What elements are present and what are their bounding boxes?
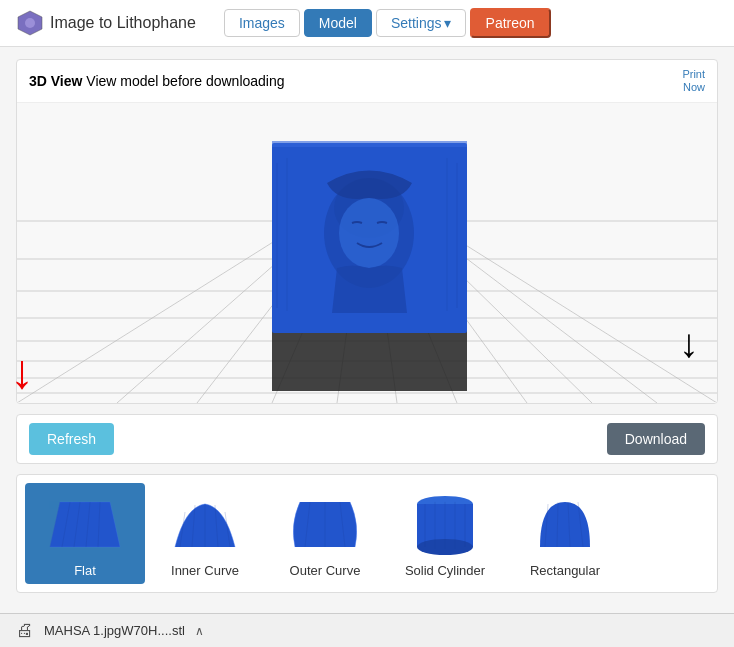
grid-floor-svg bbox=[17, 103, 717, 403]
solid-cylinder-label: Solid Cylinder bbox=[405, 563, 485, 578]
left-arrow-indicator: ↓ bbox=[10, 348, 34, 396]
solid-cylinder-thumbnail bbox=[400, 489, 490, 559]
outer-curve-thumbnail bbox=[280, 489, 370, 559]
model-type-solid-cylinder[interactable]: Solid Cylinder bbox=[385, 483, 505, 584]
app-title: Image to Lithophane bbox=[50, 14, 196, 32]
flat-label: Flat bbox=[74, 563, 96, 578]
rectangular-thumbnail bbox=[520, 489, 610, 559]
svg-rect-31 bbox=[272, 141, 467, 147]
outer-curve-label: Outer Curve bbox=[290, 563, 361, 578]
nav-bar: Images Model Settings ▾ Patreon bbox=[224, 8, 551, 38]
nav-patreon-button[interactable]: Patreon bbox=[470, 8, 551, 38]
nav-settings-button[interactable]: Settings ▾ bbox=[376, 9, 466, 37]
svg-point-26 bbox=[339, 198, 399, 268]
bottom-bar: 🖨 MAHSA 1.jpgW70H....stl ∧ bbox=[0, 613, 734, 647]
flat-thumbnail bbox=[40, 489, 130, 559]
logo-container: Image to Lithophane bbox=[16, 9, 196, 37]
inner-curve-label: Inner Curve bbox=[171, 563, 239, 578]
action-bar: Refresh Download bbox=[16, 414, 718, 464]
model-types-bar: Flat Inner Curve bbox=[16, 474, 718, 593]
3d-viewer: ↓ bbox=[17, 103, 717, 403]
refresh-button[interactable]: Refresh bbox=[29, 423, 114, 455]
3d-view-panel: 3D View View model before downloading Pr… bbox=[16, 59, 718, 404]
svg-marker-32 bbox=[50, 502, 120, 547]
nav-images-button[interactable]: Images bbox=[224, 9, 300, 37]
bottom-bar-filename: MAHSA 1.jpgW70H....stl bbox=[44, 623, 185, 638]
download-button[interactable]: Download bbox=[607, 423, 705, 455]
rectangular-label: Rectangular bbox=[530, 563, 600, 578]
nav-model-button[interactable]: Model bbox=[304, 9, 372, 37]
viewer-scroll-arrow: ↓ bbox=[679, 323, 699, 363]
bottom-bar-chevron-icon[interactable]: ∧ bbox=[195, 624, 204, 638]
print-now-button[interactable]: Print Now bbox=[682, 68, 705, 94]
panel-header: 3D View View model before downloading Pr… bbox=[17, 60, 717, 103]
model-type-inner-curve[interactable]: Inner Curve bbox=[145, 483, 265, 584]
model-type-outer-curve[interactable]: Outer Curve bbox=[265, 483, 385, 584]
model-type-rectangular[interactable]: Rectangular bbox=[505, 483, 625, 584]
app-logo-icon bbox=[16, 9, 44, 37]
model-type-flat[interactable]: Flat bbox=[25, 483, 145, 584]
app-header: Image to Lithophane Images Model Setting… bbox=[0, 0, 734, 47]
bottom-bar-file-icon: 🖨 bbox=[16, 620, 34, 641]
inner-curve-thumbnail bbox=[160, 489, 250, 559]
panel-title: 3D View View model before downloading bbox=[29, 73, 285, 89]
svg-point-1 bbox=[25, 18, 35, 28]
main-content: 3D View View model before downloading Pr… bbox=[0, 47, 734, 605]
